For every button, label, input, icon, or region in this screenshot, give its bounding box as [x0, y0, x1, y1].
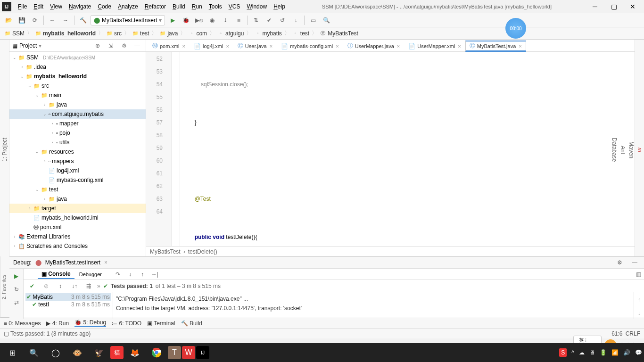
- tree-target[interactable]: ›📁target: [9, 204, 146, 213]
- tree-java[interactable]: ›📁java: [9, 194, 146, 204]
- tab-MyBatisTest.java[interactable]: ⒸMyBatisTest.java×: [465, 41, 526, 52]
- sort-icon[interactable]: ↕: [55, 280, 66, 292]
- tab-UserMapper.java[interactable]: ⒾUserMapper.java×: [343, 40, 405, 51]
- tree-com.atguigu.mybatis[interactable]: ⌄▫com.atguigu.mybatis: [9, 109, 146, 119]
- close-button[interactable]: ✕: [623, 3, 642, 10]
- tree-mybatis-config.xml[interactable]: 📄mybatis-config.xml: [9, 175, 146, 185]
- close-icon[interactable]: ×: [270, 43, 272, 49]
- crumb-src[interactable]: 📁src: [105, 30, 123, 37]
- crumb-test[interactable]: 📁test: [131, 30, 150, 37]
- maximize-button[interactable]: ▢: [604, 3, 623, 10]
- tree-SSM[interactable]: ⌄📁SSMD:\IDEA\workspace\SSM: [9, 53, 146, 62]
- collapse-icon[interactable]: ⇶: [83, 280, 94, 292]
- left-tool-strip[interactable]: 1: Project 7: Structure: [0, 40, 9, 256]
- menu-analyze[interactable]: Analyze: [115, 2, 141, 11]
- crumb-com[interactable]: ▫com: [187, 30, 208, 37]
- tab-mybatis-config.xml[interactable]: 📄mybatis-config.xml×: [277, 40, 343, 51]
- tree-utils[interactable]: ›▫utils: [9, 138, 146, 147]
- tree-mapper[interactable]: ›▫mapper: [9, 119, 146, 128]
- vcs-icon[interactable]: ⇅: [250, 15, 262, 26]
- menu-vcs[interactable]: VCS: [226, 2, 243, 11]
- tab-UserMapper.xml[interactable]: 📄UserMapper.xml×: [404, 40, 465, 51]
- crumb-SSM[interactable]: 📁SSM: [3, 30, 26, 37]
- menu-window[interactable]: Window: [244, 2, 270, 11]
- console-tab[interactable]: ▣ Console: [38, 270, 74, 279]
- tree-External Libraries[interactable]: ›📚External Libraries: [9, 232, 146, 241]
- right-tool-strip[interactable]: m Maven Ant Database: [635, 40, 644, 256]
- commit-icon[interactable]: ✔: [264, 15, 275, 26]
- start-icon[interactable]: ⊞: [2, 344, 23, 361]
- crumb-mybatis[interactable]: ▫mybatis: [253, 30, 283, 37]
- gear-icon[interactable]: ⚙: [614, 257, 625, 268]
- structure-icon[interactable]: ▭: [307, 15, 319, 26]
- cortana-icon[interactable]: ◯: [45, 344, 66, 361]
- menu-code[interactable]: Code: [95, 2, 114, 11]
- save-icon[interactable]: 💾: [16, 15, 27, 26]
- expand-icon[interactable]: ⇲: [105, 40, 116, 51]
- layout-icon[interactable]: ▥: [633, 269, 644, 280]
- menu-refactor[interactable]: Refactor: [142, 2, 169, 11]
- app-icon[interactable]: 🐵: [67, 344, 88, 361]
- debug-icon[interactable]: 🐞: [180, 15, 191, 26]
- favorites-tab[interactable]: 2: Favorites: [0, 256, 9, 318]
- tree-java[interactable]: ›📁java: [9, 100, 146, 109]
- ok-icon[interactable]: ✔: [26, 280, 38, 292]
- crumb-atguigu[interactable]: ▫atguigu: [216, 30, 245, 37]
- windows-taskbar[interactable]: ⊞ 🔍 ◯ 🐵 🦅 福 🦊 T W IJ S ^☁🖥🔋📶🔊💬: [0, 343, 644, 362]
- menu-file[interactable]: File: [15, 2, 30, 11]
- menu-run[interactable]: Run: [189, 2, 205, 11]
- tab-User.java[interactable]: ⒸUser.java×: [233, 40, 277, 51]
- app-icon[interactable]: 福: [110, 346, 124, 359]
- test-tree[interactable]: ✔ MyBatis 3 m 8 s 515 ms ✔ testI 3 m 8 s…: [24, 292, 113, 319]
- firefox-icon[interactable]: 🦊: [124, 344, 145, 361]
- stop-icon[interactable]: ■: [233, 15, 244, 26]
- close-icon[interactable]: ×: [182, 43, 185, 49]
- editor-breadcrumb[interactable]: MyBatisTest›testDelete(): [146, 246, 635, 256]
- expand-icon[interactable]: ↓↑: [69, 280, 80, 292]
- debug-tabs[interactable]: ▣ Console Debugger ↷ ↓ ↑ →| ▥: [24, 269, 644, 280]
- minimize-button[interactable]: ─: [586, 3, 604, 10]
- tree-src[interactable]: ⌄📁src: [9, 81, 146, 90]
- debug-left-toolbar[interactable]: ▶ ↻ ⇄: [9, 269, 24, 319]
- tab-pom.xml[interactable]: Ⓜpom.xml×: [148, 40, 190, 51]
- search-icon[interactable]: 🔍: [321, 15, 332, 26]
- intellij-icon[interactable]: IJ: [196, 346, 209, 359]
- close-icon[interactable]: ×: [226, 43, 229, 49]
- forward-icon[interactable]: →: [60, 15, 71, 26]
- crumb-MyBatisTest[interactable]: ⒸMyBatisTest: [318, 30, 360, 37]
- refresh-icon[interactable]: ⟳: [29, 15, 41, 26]
- console-output[interactable]: "C:\Program Files\Java\jdk1.8.0_151\bin\…: [113, 292, 634, 319]
- rerun-failed-icon[interactable]: ↻: [11, 284, 22, 295]
- target-icon[interactable]: ⊕: [92, 40, 103, 51]
- tree-mybatis_helloworld[interactable]: ⌄📁mybatis_helloworld: [9, 72, 146, 81]
- run-to-icon[interactable]: →|: [149, 269, 160, 280]
- debugger-tab[interactable]: Debugger: [75, 271, 106, 278]
- wps-icon[interactable]: W: [182, 346, 195, 359]
- menu-build[interactable]: Build: [170, 2, 188, 11]
- back-icon[interactable]: ←: [47, 15, 58, 26]
- chrome-icon[interactable]: [146, 344, 167, 361]
- tree-mybatis_helloworld.iml[interactable]: 📄mybatis_helloworld.iml: [9, 213, 146, 222]
- source[interactable]: sqlSession.close(); } @Test public void …: [180, 52, 635, 246]
- tab-log4j.xml[interactable]: 📄log4j.xml×: [190, 40, 233, 51]
- tree-.idea[interactable]: ›📁.idea: [9, 62, 146, 72]
- crumb-test[interactable]: ▫test: [291, 30, 311, 37]
- open-icon[interactable]: 📂: [3, 15, 14, 26]
- pull-icon[interactable]: ↓: [290, 15, 301, 26]
- bottom-toolbar[interactable]: ≡ 0: Messages ▶ 4: Run 🐞 5: Debug ≔ 6: T…: [0, 318, 644, 328]
- tree-mappers[interactable]: ›▫mappers: [9, 156, 146, 166]
- fail-icon[interactable]: ⊘: [41, 280, 52, 292]
- tree-main[interactable]: ⌄📁main: [9, 90, 146, 100]
- step-into-icon[interactable]: ↓: [124, 269, 136, 280]
- project-tree[interactable]: ⌄📁SSMD:\IDEA\workspace\SSM›📁.idea⌄📁mybat…: [9, 52, 146, 256]
- history-icon[interactable]: ↺: [277, 15, 288, 26]
- crumb-java[interactable]: 📁java: [158, 30, 179, 37]
- tree-pojo[interactable]: ›▫pojo: [9, 128, 146, 138]
- tree-test[interactable]: ⌄📁test: [9, 185, 146, 194]
- close-icon[interactable]: ×: [397, 43, 400, 49]
- code-editor[interactable]: 52535455565758596061626364 sqlSession.cl…: [146, 52, 635, 246]
- tree-pom.xml[interactable]: Ⓜpom.xml: [9, 222, 146, 232]
- rerun-icon[interactable]: ▶: [11, 271, 22, 282]
- search-icon[interactable]: 🔍: [24, 344, 44, 361]
- build-icon[interactable]: 🔨: [77, 15, 89, 26]
